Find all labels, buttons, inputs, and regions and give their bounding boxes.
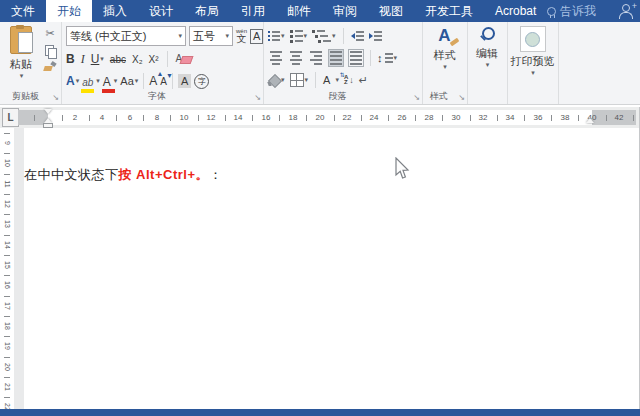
editing-button[interactable]: 编辑 ▾ — [467, 26, 507, 69]
ruler-number-24: 24 — [366, 113, 382, 123]
paste-button[interactable]: 粘贴 ▾ — [4, 26, 38, 90]
ruler-tick — [4, 316, 10, 317]
dialog-launcher-icon[interactable]: ↘ — [254, 94, 261, 102]
ruler-tick — [470, 115, 471, 121]
numbering-button[interactable]: ▾ — [290, 30, 308, 43]
ruler-number-4: 4 — [94, 113, 110, 123]
tab-文件[interactable]: 文件 — [0, 0, 46, 22]
strikethrough-button[interactable]: abc — [110, 54, 126, 65]
tab-布局[interactable]: 布局 — [184, 0, 230, 22]
ruler-number-11: 11 — [3, 177, 11, 191]
tab-开始[interactable]: 开始 — [46, 0, 92, 22]
increase-indent-button[interactable] — [369, 31, 382, 41]
enclose-characters-button[interactable]: 字 — [194, 74, 209, 89]
ruler-tick — [334, 115, 335, 121]
phonetic-guide-button[interactable]: wén 文 — [236, 28, 247, 44]
chevron-down-icon: ▾ — [178, 32, 182, 40]
indent-left-arrow-icon — [351, 33, 355, 39]
show-hide-marks-button[interactable]: ↵ — [359, 74, 368, 87]
ruler-number-8: 8 — [149, 113, 165, 123]
font-name-value: 等线 (中文正文) — [70, 29, 146, 44]
styles-button[interactable]: A 样式 ▾ — [422, 26, 467, 71]
font-color-button[interactable]: A ▾ — [103, 72, 118, 90]
ruler-tick — [4, 235, 10, 236]
multilevel-list-button[interactable]: ▾ — [312, 30, 336, 43]
ruler-tick — [170, 115, 171, 121]
chevron-down-icon: ▾ — [96, 77, 100, 85]
ruler-number-42: 42 — [611, 113, 627, 123]
ruler-tick — [279, 115, 280, 121]
font-name-select[interactable]: 等线 (中文正文)▾ — [66, 26, 186, 46]
ruler-tick — [633, 115, 634, 121]
dialog-launcher-icon[interactable]: ↘ — [413, 94, 420, 102]
share-person-icon[interactable]: + — [618, 3, 634, 19]
ruler-tick — [4, 336, 10, 337]
tab-引用[interactable]: 引用 — [230, 0, 276, 22]
text-segment-2: ： — [209, 167, 223, 182]
tell-me[interactable]: 告诉我 — [547, 0, 596, 22]
ruler-number-30: 30 — [448, 113, 464, 123]
asian-layout-button[interactable]: A⇅▾ — [323, 74, 339, 86]
clear-formatting-button[interactable]: A — [176, 52, 192, 66]
tab-邮件[interactable]: 邮件 — [276, 0, 322, 22]
ruler-number-28: 28 — [421, 113, 437, 123]
bullets-button[interactable]: ▾ — [268, 31, 285, 41]
shrink-font-button[interactable]: A▼ — [160, 76, 167, 87]
chevron-down-icon: ▾ — [114, 77, 118, 85]
cut-button[interactable]: ✂ — [45, 27, 54, 40]
align-right-button[interactable] — [308, 49, 324, 67]
superscript-button[interactable]: X² — [149, 54, 159, 65]
text-segment-0: 在中中文状态下 — [24, 167, 119, 182]
align-center-button[interactable] — [288, 49, 304, 67]
ruler-tick — [4, 397, 10, 398]
borders-button[interactable]: ▾ — [290, 73, 309, 87]
character-border-button[interactable]: A — [250, 29, 263, 44]
sort-button[interactable]: AZ ↓ — [344, 75, 354, 85]
text-highlight-button[interactable]: ab ▾ — [82, 72, 100, 90]
group-font: 等线 (中文正文)▾ 五号▾ wén 文 A B I U▾ abc X₂ X² — [61, 22, 264, 104]
tab-开发工具[interactable]: 开发工具 — [414, 0, 484, 22]
paint-bucket-icon — [268, 75, 280, 86]
bold-button[interactable]: B — [66, 52, 75, 66]
shading-button[interactable]: ▾ — [268, 75, 285, 86]
h-ruler: 24681012141618202224262830323436384042 — [0, 110, 640, 125]
tab-Acrobat[interactable]: Acrobat — [484, 0, 547, 22]
tab-审阅[interactable]: 审阅 — [322, 0, 368, 22]
dialog-launcher-icon[interactable]: ↘ — [52, 94, 59, 102]
ruler-tick — [361, 115, 362, 121]
dialog-launcher-icon[interactable]: ↘ — [458, 94, 465, 102]
character-shading-button[interactable]: A — [178, 74, 191, 88]
ruler-tick — [4, 296, 10, 297]
ruler-number-32: 32 — [475, 113, 491, 123]
document-text[interactable]: 在中中文状态下按 Alt+Ctrl+。： — [24, 166, 223, 184]
format-painter-button[interactable] — [44, 62, 56, 72]
subscript-button[interactable]: X₂ — [132, 54, 143, 65]
justify-button[interactable] — [328, 49, 344, 67]
tab-插入[interactable]: 插入 — [92, 0, 138, 22]
tab-视图[interactable]: 视图 — [368, 0, 414, 22]
decrease-indent-button[interactable] — [351, 31, 364, 41]
line-spacing-button[interactable]: ↕ ▾ — [377, 52, 397, 64]
print-preview-button[interactable]: 打印预览 ▾ — [507, 26, 558, 77]
chevron-down-icon: ▾ — [304, 32, 308, 40]
paste-label: 粘贴 — [10, 57, 32, 72]
magnifier-icon — [479, 26, 495, 44]
ruler-number-38: 38 — [557, 113, 573, 123]
ruler-tick — [4, 133, 10, 134]
italic-button[interactable]: I — [81, 52, 85, 67]
ruler-tick — [89, 115, 90, 121]
change-case-button[interactable]: Aa▾ — [120, 75, 138, 87]
distribute-button[interactable] — [348, 49, 364, 67]
font-size-select[interactable]: 五号▾ — [189, 26, 233, 46]
first-line-indent-marker[interactable] — [44, 109, 52, 114]
right-indent-marker[interactable] — [586, 118, 594, 123]
tab-设计[interactable]: 设计 — [138, 0, 184, 22]
ruler-tick — [4, 255, 10, 256]
grow-font-button[interactable]: A▲ — [149, 74, 157, 88]
copy-button[interactable] — [45, 45, 56, 57]
underline-button[interactable]: U▾ — [91, 52, 104, 66]
text-effects-button[interactable]: A▾ — [66, 74, 79, 88]
tab-bar: 文件开始插入设计布局引用邮件审阅视图开发工具Acrobat — [0, 0, 547, 22]
chevron-down-icon: ▾ — [225, 32, 229, 40]
align-left-button[interactable] — [268, 49, 284, 67]
